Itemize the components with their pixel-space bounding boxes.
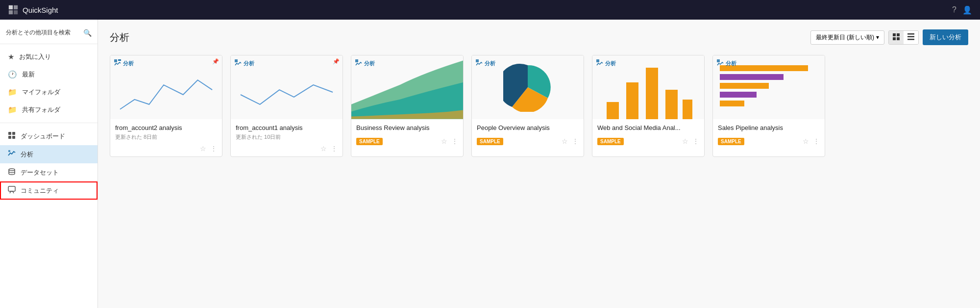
more-options-2[interactable]: ⋮ [331,145,338,153]
page-title: 分析 [110,31,129,44]
more-options-4[interactable]: ⋮ [572,137,579,145]
sample-badge-5: SAMPLE [597,138,624,145]
card-people-overview[interactable]: 分析 People Overview analysis [471,55,584,157]
favorite-star-3[interactable]: ☆ [441,137,447,145]
card-footer-6: SAMPLE ☆ ⋮ [713,137,825,149]
svg-rect-24 [607,102,619,119]
sort-label: 最終更新日 (新しい順) [816,33,874,42]
sort-dropdown[interactable]: 最終更新日 (新しい順) ▾ [810,30,884,45]
app-logo: QuickSight [8,4,58,15]
sidebar-label-dashboard: ダッシュボード [21,132,65,141]
card-tag-5: 分析 [596,59,616,68]
sidebar-item-favorites[interactable]: ★ お気に入り [0,48,98,66]
favorite-star-1[interactable]: ☆ [200,145,206,153]
card-footer-1: ☆ ⋮ [110,145,222,156]
sidebar-item-dataset[interactable]: データセット [0,163,98,181]
favorite-star-4[interactable]: ☆ [562,137,568,145]
svg-rect-3 [14,10,18,14]
folder-icon: 📁 [8,88,17,97]
svg-rect-33 [720,92,757,98]
new-analysis-button[interactable]: 新しい分析 [923,29,968,45]
svg-rect-22 [476,59,479,62]
card-info-5: Web and Social Media Anal... [592,119,704,137]
svg-rect-1 [14,5,18,9]
svg-rect-21 [355,59,358,62]
svg-rect-10 [8,186,15,191]
card-info-4: People Overview analysis [472,119,584,137]
card-preview-people-overview: 分析 [472,55,584,119]
sidebar-item-community[interactable]: コミュニティ [0,181,98,200]
sidebar-label-dataset: データセット [21,168,59,177]
card-sales-pipeline[interactable]: 分析 Sales Pipeline analysis SAMPLE [712,55,825,157]
card-actions-2: ☆ ⋮ [320,145,338,153]
svg-rect-11 [893,33,896,36]
card-preview-sales-pipeline: 分析 [713,55,825,119]
svg-rect-27 [665,90,678,119]
list-view-button[interactable] [904,31,918,44]
grid-view-button[interactable] [889,31,904,44]
svg-point-9 [9,169,15,171]
card-tag-label-1: 分析 [123,60,134,67]
pin-icon-1: 📌 [212,58,219,65]
svg-rect-19 [118,59,121,61]
star-icon: ★ [8,52,14,61]
card-from-account1[interactable]: 分析 📌 from_account1 analysis 更新された 10日前 ☆ [230,55,343,157]
svg-rect-26 [646,68,658,119]
sidebar-item-recent[interactable]: 🕐 最新 [0,66,98,83]
sidebar-item-dashboard[interactable]: ダッシュボード [0,127,98,145]
card-preview-from-account1: 分析 📌 [231,55,343,119]
analysis-tag-icon-3 [355,59,362,68]
favorite-star-5[interactable]: ☆ [682,137,688,145]
sidebar-item-myfolder[interactable]: 📁 マイフォルダ [0,83,98,101]
svg-rect-29 [717,59,720,62]
pin-icon-2: 📌 [333,58,340,65]
sidebar-item-sharedfolder[interactable]: 📁 共有フォルダ [0,101,98,119]
svg-rect-25 [626,82,638,119]
card-footer-3: SAMPLE ☆ ⋮ [351,137,463,149]
card-title-6: Sales Pipeline analysis [718,124,820,131]
card-business-review[interactable]: 分析 Business Review analysis SAMPL [351,55,464,157]
card-from-account2[interactable]: 分析 📌 from_account2 analysis 更新された 8日前 ☆ … [110,55,222,157]
card-web-social[interactable]: 分析 [592,55,705,157]
favorite-star-2[interactable]: ☆ [320,145,327,153]
community-icon [8,186,16,195]
help-icon[interactable]: ? [952,5,956,14]
svg-rect-2 [9,10,13,14]
sample-badge-6: SAMPLE [718,138,744,145]
card-subtitle-1: 更新された 8日前 [115,133,217,141]
shared-folder-icon: 📁 [8,105,17,114]
view-toggle [888,30,919,45]
user-icon[interactable]: 👤 [962,5,972,15]
card-info-1: from_account2 analysis 更新された 8日前 [110,119,222,145]
cards-grid: 分析 📌 from_account2 analysis 更新された 8日前 ☆ … [110,55,968,157]
search-area: 分析とその他項目を検索 🔍 [0,26,98,44]
clock-icon: 🕐 [8,70,17,79]
card-actions-4: ☆ ⋮ [562,137,579,145]
svg-rect-28 [683,100,692,119]
chart-line-1 [115,70,217,119]
card-title-3: Business Review analysis [356,124,458,131]
card-info-2: from_account1 analysis 更新された 10日前 [231,119,343,145]
svg-rect-34 [720,101,744,106]
main-header: 分析 最終更新日 (新しい順) ▾ [110,29,968,45]
sidebar-item-analysis[interactable]: 分析 [0,145,98,163]
card-footer-5: SAMPLE ☆ ⋮ [592,137,704,149]
card-preview-from-account2: 分析 📌 [110,55,222,119]
svg-rect-6 [8,136,11,139]
more-options-3[interactable]: ⋮ [451,137,458,145]
svg-rect-12 [897,33,900,36]
analysis-icon [8,150,16,159]
search-label: 分析とその他項目を検索 [6,28,80,37]
card-actions-5: ☆ ⋮ [682,137,699,145]
svg-rect-17 [907,39,914,40]
card-tag-1: 分析 [114,59,134,68]
more-options-1[interactable]: ⋮ [210,145,217,153]
dataset-icon [8,168,16,177]
more-options-5[interactable]: ⋮ [692,137,699,145]
analysis-tag-icon-4 [476,59,483,68]
search-icon[interactable]: 🔍 [83,29,92,37]
more-options-6[interactable]: ⋮ [813,137,820,145]
sample-badge-3: SAMPLE [356,138,383,145]
svg-rect-7 [12,136,15,139]
favorite-star-6[interactable]: ☆ [803,137,809,145]
